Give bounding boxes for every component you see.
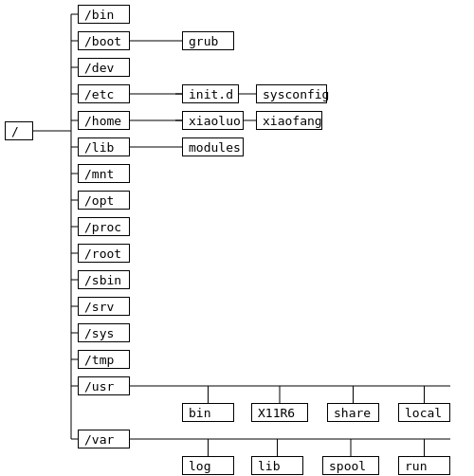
fs-node--var: /var <box>78 430 130 449</box>
fs-node--etc: /etc <box>78 84 130 103</box>
fs-node--tmp: /tmp <box>78 350 130 369</box>
fs-node--boot: /boot <box>78 31 130 50</box>
filesystem-tree: //bin/boot/dev/etc/home/lib/mnt/opt/proc… <box>0 0 474 476</box>
fs-node-bin: bin <box>182 403 234 422</box>
fs-node-share: share <box>327 403 379 422</box>
fs-node--lib: /lib <box>78 137 130 156</box>
fs-node-modules: modules <box>182 137 244 156</box>
fs-node--srv: /srv <box>78 297 130 316</box>
fs-node-log: log <box>182 456 234 475</box>
fs-node--root: /root <box>78 244 130 263</box>
fs-node--usr: /usr <box>78 376 130 395</box>
fs-node--home: /home <box>78 111 130 130</box>
fs-node--bin: /bin <box>78 5 130 24</box>
fs-node-local: local <box>398 403 450 422</box>
fs-node-grub: grub <box>182 31 234 50</box>
fs-node-xiaoluo: xiaoluo <box>182 111 244 130</box>
fs-node--: / <box>5 121 33 140</box>
fs-node-sysconfig: sysconfig <box>256 84 327 103</box>
fs-node-init-d: init.d <box>182 84 239 103</box>
fs-node-spool: spool <box>322 456 379 475</box>
fs-node--proc: /proc <box>78 217 130 236</box>
fs-node--dev: /dev <box>78 58 130 77</box>
fs-node-xiaofang: xiaofang <box>256 111 322 130</box>
fs-node--opt: /opt <box>78 191 130 210</box>
fs-node--sys: /sys <box>78 323 130 342</box>
fs-node--mnt: /mnt <box>78 164 130 183</box>
fs-node-run: run <box>398 456 450 475</box>
fs-node-lib: lib <box>251 456 303 475</box>
fs-node--sbin: /sbin <box>78 270 130 289</box>
fs-node-X11R6: X11R6 <box>251 403 308 422</box>
